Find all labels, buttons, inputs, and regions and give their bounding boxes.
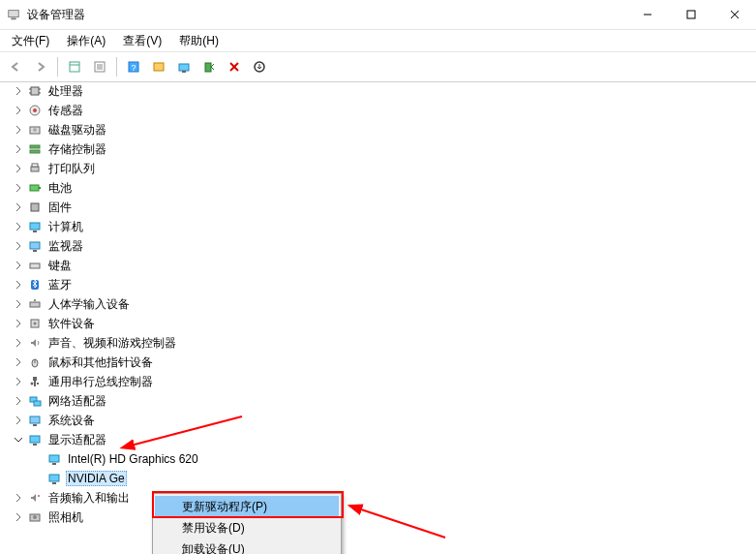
expand-icon[interactable] xyxy=(12,239,25,253)
node-label: 鼠标和其他指针设备 xyxy=(46,354,155,372)
tree-node-sound[interactable]: 声音、视频和游戏控制器 xyxy=(0,333,756,353)
expand-icon[interactable] xyxy=(12,394,25,408)
svg-rect-16 xyxy=(182,71,186,73)
system-icon xyxy=(27,413,43,428)
titlebar: 设备管理器 xyxy=(0,0,756,30)
tree-node-bluetooth[interactable]: 蓝牙 xyxy=(0,275,756,294)
tree-node-software-devices[interactable]: 软件设备 xyxy=(0,314,756,333)
tree-node-nvidia-gpu[interactable]: NVIDIA Ge xyxy=(0,469,756,488)
tree-node-print-queue[interactable]: 打印队列 xyxy=(0,159,756,178)
menu-label: 卸载设备(U) xyxy=(182,541,245,555)
expand-icon[interactable] xyxy=(12,414,25,427)
context-disable-device[interactable]: 禁用设备(D) xyxy=(155,517,339,539)
cpu-icon xyxy=(27,83,43,99)
bluetooth-icon xyxy=(27,277,43,292)
expand-icon[interactable] xyxy=(12,355,25,369)
menu-action[interactable]: 操作(A) xyxy=(59,31,113,51)
sound-icon xyxy=(27,335,43,351)
expand-icon[interactable] xyxy=(12,181,25,195)
svg-rect-14 xyxy=(154,63,164,71)
scan-changes-button[interactable] xyxy=(248,55,271,78)
svg-point-29 xyxy=(33,128,37,132)
expand-icon[interactable] xyxy=(12,510,25,524)
svg-rect-48 xyxy=(33,377,37,381)
expand-icon[interactable] xyxy=(12,84,25,98)
expand-icon[interactable] xyxy=(12,123,25,137)
tree-node-mouse[interactable]: 鼠标和其他指针设备 xyxy=(0,353,756,372)
uninstall-device-button[interactable] xyxy=(223,55,246,78)
context-menu: 更新驱动程序(P) 禁用设备(D) 卸载设备(U) xyxy=(152,493,342,554)
tree-node-sensor[interactable]: 传感器 xyxy=(0,101,756,120)
node-label: 软件设备 xyxy=(46,315,97,333)
tree-node-audio-io[interactable]: 音频输入和输出 xyxy=(0,488,756,508)
node-label: 处理器 xyxy=(46,82,85,101)
svg-rect-55 xyxy=(33,424,37,426)
expand-icon[interactable] xyxy=(12,278,25,292)
tree-node-firmware[interactable]: 固件 xyxy=(0,198,756,217)
disk-icon xyxy=(27,122,43,138)
svg-rect-1 xyxy=(11,18,15,20)
tree-node-network[interactable]: 网络适配器 xyxy=(0,391,756,411)
back-button[interactable] xyxy=(4,55,27,78)
node-label: 键盘 xyxy=(46,257,74,275)
menu-view[interactable]: 查看(V) xyxy=(115,31,169,51)
svg-rect-3 xyxy=(687,11,695,18)
expand-icon[interactable] xyxy=(12,491,25,505)
tree-node-battery[interactable]: 电池 xyxy=(0,178,756,198)
expand-icon[interactable] xyxy=(12,200,25,214)
tree-node-display-adapters[interactable]: 显示适配器 xyxy=(0,430,756,449)
expand-icon[interactable] xyxy=(12,317,25,330)
expand-icon[interactable] xyxy=(12,162,25,175)
maximize-button[interactable] xyxy=(669,0,712,29)
svg-rect-0 xyxy=(9,11,19,17)
close-button[interactable] xyxy=(712,0,756,29)
svg-text:?: ? xyxy=(131,63,136,73)
show-hide-tree-button[interactable] xyxy=(63,55,86,78)
menu-help[interactable]: 帮助(H) xyxy=(171,31,227,51)
tree-node-hid[interactable]: 人体学输入设备 xyxy=(0,294,756,314)
minimize-button[interactable] xyxy=(625,0,669,29)
svg-point-44 xyxy=(34,299,36,301)
node-label: 存储控制器 xyxy=(46,140,108,159)
tree-node-storage-controller[interactable]: 存储控制器 xyxy=(0,139,756,159)
tree-node-system[interactable]: 系统设备 xyxy=(0,411,756,430)
svg-point-27 xyxy=(33,108,37,112)
node-label: 网络适配器 xyxy=(46,392,108,411)
scan-hardware-button[interactable] xyxy=(147,55,170,78)
expand-icon[interactable] xyxy=(12,104,25,117)
node-label: 传感器 xyxy=(46,102,85,120)
context-update-driver[interactable]: 更新驱动程序(P) xyxy=(155,496,339,517)
properties-button[interactable] xyxy=(88,55,111,78)
audio-icon xyxy=(27,490,43,506)
network-icon xyxy=(27,393,43,409)
expand-icon[interactable] xyxy=(12,297,25,311)
tree-node-monitor[interactable]: 监视器 xyxy=(0,236,756,256)
tree-node-usb[interactable]: 通用串行总线控制器 xyxy=(0,372,756,391)
svg-rect-43 xyxy=(30,302,40,307)
tree-node-camera[interactable]: 照相机 xyxy=(0,508,756,527)
device-tree[interactable]: 处理器 传感器 磁盘驱动器 存储控制器 打印队列 电池 固件 计算机 xyxy=(0,79,756,554)
menu-file[interactable]: 文件(F) xyxy=(4,31,57,51)
tree-node-keyboard[interactable]: 键盘 xyxy=(0,256,756,275)
svg-rect-30 xyxy=(30,145,40,148)
update-driver-button[interactable] xyxy=(172,55,196,78)
svg-rect-41 xyxy=(30,263,40,268)
expand-icon[interactable] xyxy=(12,375,25,388)
tree-node-disk[interactable]: 磁盘驱动器 xyxy=(0,120,756,139)
expand-icon[interactable] xyxy=(12,220,25,233)
forward-button[interactable] xyxy=(29,55,52,78)
toolbar: ? xyxy=(0,52,756,82)
expand-icon[interactable] xyxy=(12,142,25,156)
node-label: NVIDIA Ge xyxy=(66,471,127,486)
tree-node-computer[interactable]: 计算机 xyxy=(0,217,756,236)
help-button[interactable]: ? xyxy=(122,55,145,78)
tree-node-intel-gpu[interactable]: Intel(R) HD Graphics 620 xyxy=(0,449,756,469)
enable-device-button[interactable] xyxy=(197,55,221,78)
svg-rect-56 xyxy=(30,436,40,443)
expand-icon[interactable] xyxy=(12,336,25,350)
tree-node-processor[interactable]: 处理器 xyxy=(0,81,756,101)
collapse-icon[interactable] xyxy=(12,433,25,446)
svg-rect-59 xyxy=(52,463,56,465)
expand-icon[interactable] xyxy=(12,259,25,272)
context-uninstall-device[interactable]: 卸载设备(U) xyxy=(155,539,339,554)
